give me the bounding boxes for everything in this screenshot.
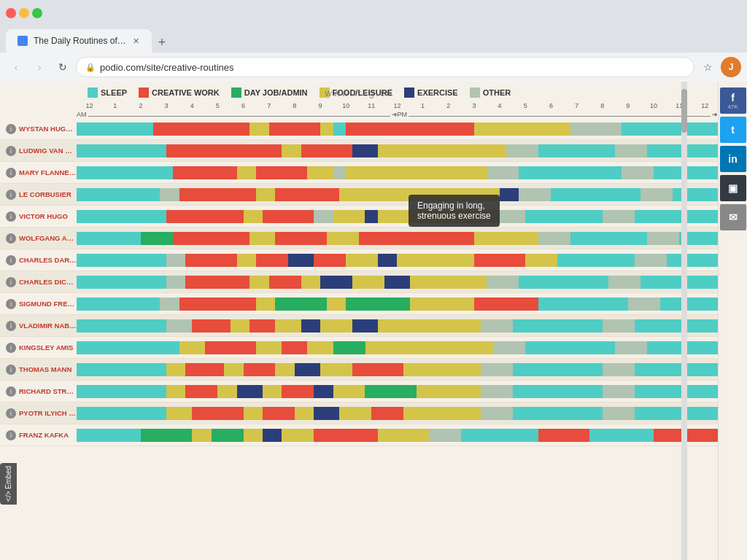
segment-creative[interactable] [166, 210, 243, 223]
segment-food[interactable] [378, 144, 506, 158]
segment-creative[interactable] [192, 319, 231, 332]
segment-food[interactable] [320, 319, 352, 332]
segment-other[interactable] [429, 429, 461, 442]
segment-sleep[interactable] [77, 407, 166, 420]
segment-creative[interactable] [249, 319, 275, 332]
segment-creative[interactable] [173, 232, 249, 245]
segment-creative[interactable] [205, 341, 256, 354]
info-icon[interactable]: i [6, 124, 16, 134]
segment-sleep[interactable] [77, 188, 160, 201]
segment-other[interactable] [647, 232, 679, 245]
bookmark-button[interactable]: ☆ [697, 57, 718, 77]
segment-creative[interactable] [314, 429, 378, 442]
segment-other[interactable] [622, 166, 654, 179]
segment-creative[interactable] [185, 276, 249, 289]
segment-food[interactable] [166, 385, 185, 398]
segment-creative[interactable] [474, 254, 525, 267]
segment-sleep[interactable] [333, 122, 347, 136]
segment-sleep[interactable] [77, 319, 166, 332]
segment-food[interactable] [320, 122, 333, 136]
close-window-button[interactable] [6, 8, 16, 18]
segment-creative[interactable] [185, 254, 236, 267]
back-button[interactable]: ‹ [6, 57, 26, 77]
segment-sleep[interactable] [77, 429, 141, 442]
segment-food[interactable] [525, 254, 557, 267]
segment-food[interactable] [365, 341, 494, 354]
active-tab[interactable]: The Daily Routines of Famous Cr... ✕ [6, 29, 152, 52]
segment-creative[interactable] [179, 298, 256, 311]
segment-other[interactable] [493, 341, 525, 354]
segment-food[interactable] [237, 166, 256, 179]
forward-button[interactable]: › [29, 57, 50, 77]
segment-sleep[interactable] [589, 429, 654, 442]
segment-food[interactable] [403, 363, 480, 376]
segment-sleep[interactable] [513, 407, 603, 420]
info-icon[interactable]: i [6, 233, 16, 244]
segment-food[interactable] [244, 210, 263, 223]
segment-dayjob[interactable] [365, 385, 416, 398]
social-buffer-button[interactable]: ▣ [720, 175, 746, 201]
segment-sleep[interactable] [622, 122, 718, 136]
segment-food[interactable] [346, 166, 487, 179]
segment-creative[interactable] [179, 188, 256, 201]
segment-sleep[interactable] [673, 188, 718, 201]
segment-other[interactable] [628, 298, 660, 311]
segment-sleep[interactable] [77, 276, 166, 289]
segment-food[interactable] [249, 122, 268, 136]
segment-other[interactable] [166, 319, 192, 332]
segment-food[interactable] [249, 276, 268, 289]
segment-creative[interactable] [269, 276, 301, 289]
info-icon[interactable]: i [6, 168, 16, 178]
info-icon[interactable]: i [6, 343, 16, 353]
minimize-window-button[interactable] [19, 8, 29, 18]
segment-creative[interactable] [346, 122, 474, 136]
segment-food[interactable] [333, 210, 365, 223]
segment-sleep[interactable] [525, 210, 602, 223]
segment-dayjob[interactable] [275, 298, 326, 311]
segment-food[interactable] [166, 407, 192, 420]
segment-food[interactable] [282, 144, 301, 158]
social-facebook-button[interactable]: f47K [720, 88, 746, 114]
segment-sleep[interactable] [635, 363, 718, 376]
segment-sleep[interactable] [635, 319, 718, 332]
segment-food[interactable] [217, 385, 236, 398]
segment-sleep[interactable] [77, 254, 166, 267]
segment-food[interactable] [397, 254, 473, 267]
segment-food[interactable] [263, 385, 282, 398]
segment-food[interactable] [249, 232, 275, 245]
segment-other[interactable] [538, 232, 570, 245]
segment-food[interactable] [256, 341, 282, 354]
segment-sleep[interactable] [519, 166, 622, 179]
segment-sleep[interactable] [660, 298, 718, 311]
segment-food[interactable] [403, 407, 480, 420]
segment-other[interactable] [160, 188, 179, 201]
segment-food[interactable] [410, 298, 474, 311]
segment-sleep[interactable] [513, 385, 603, 398]
segment-creative[interactable] [185, 385, 217, 398]
segment-sleep[interactable] [635, 407, 718, 420]
segment-food[interactable] [275, 319, 301, 332]
segment-sleep[interactable] [525, 341, 615, 354]
segment-creative[interactable] [275, 232, 326, 245]
segment-dayjob[interactable] [346, 298, 410, 311]
segment-food[interactable] [275, 363, 294, 376]
segment-creative[interactable] [282, 385, 314, 398]
segment-other[interactable] [481, 319, 513, 332]
info-icon[interactable]: i [6, 408, 16, 419]
segment-creative[interactable] [474, 298, 538, 311]
segment-sleep[interactable] [513, 319, 603, 332]
segment-creative[interactable] [244, 363, 276, 376]
new-tab-button[interactable]: + [152, 32, 172, 52]
segment-other[interactable] [608, 276, 640, 289]
segment-exercise[interactable] [365, 210, 378, 223]
segment-exercise[interactable] [378, 254, 397, 267]
info-icon[interactable]: i [6, 430, 16, 440]
segment-creative[interactable] [301, 144, 352, 158]
segment-exercise[interactable] [320, 276, 352, 289]
segment-creative[interactable] [538, 429, 589, 442]
info-icon[interactable]: i [6, 299, 16, 309]
segment-food[interactable] [410, 276, 487, 289]
segment-food[interactable] [295, 407, 314, 420]
segment-food[interactable] [378, 210, 493, 223]
segment-other[interactable] [166, 276, 185, 289]
